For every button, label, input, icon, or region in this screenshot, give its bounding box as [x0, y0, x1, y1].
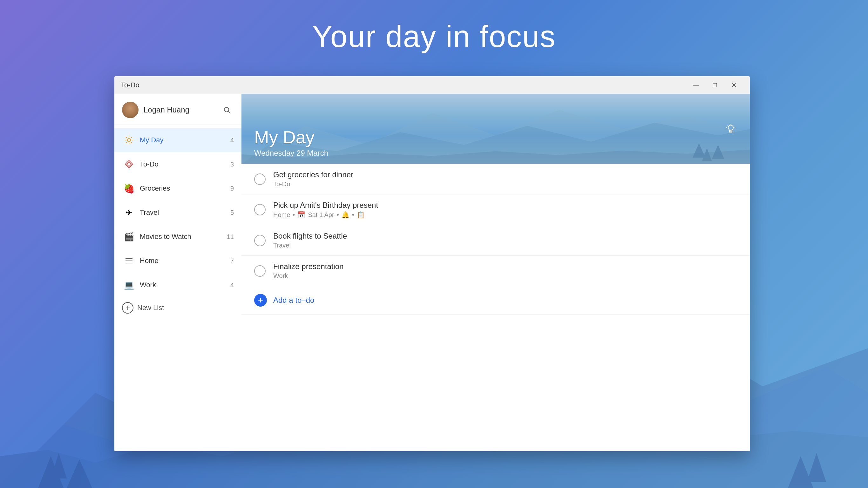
window-controls: — □ ✕	[686, 79, 743, 92]
add-todo-label: Add a to–do	[273, 296, 314, 305]
sidebar-item-movies[interactable]: 🎬 Movies to Watch 11	[114, 224, 242, 249]
svg-marker-7	[807, 453, 826, 482]
reminder-icon: 🔔	[342, 211, 349, 219]
todo-icon	[122, 157, 136, 171]
svg-line-16	[131, 142, 132, 143]
work-icon: 💻	[122, 278, 136, 292]
my-day-icon	[124, 135, 134, 145]
task-title: Get groceries for dinner	[273, 170, 737, 179]
note-icon: 📋	[357, 211, 365, 219]
svg-line-17	[131, 137, 132, 138]
task-meta: Work	[273, 272, 737, 280]
sidebar-item-count: 4	[230, 136, 234, 144]
svg-point-8	[224, 108, 229, 112]
main-content: Logan Huang	[114, 94, 750, 451]
groceries-icon: 🍓	[122, 181, 136, 195]
task-details: Book flights to Seattle Travel	[273, 232, 737, 249]
sidebar-item-my-day[interactable]: My Day 4	[114, 128, 242, 152]
window-title: To-Do	[121, 81, 686, 89]
sidebar-item-label: Work	[140, 281, 230, 289]
new-list-label: New List	[137, 304, 164, 312]
task-meta-separator: •	[292, 211, 295, 219]
sidebar-item-count: 3	[230, 161, 234, 168]
svg-point-10	[127, 139, 131, 142]
search-button[interactable]	[220, 103, 234, 117]
sun-icon	[122, 133, 136, 147]
task-title: Pick up Amit's Birthday present	[273, 201, 737, 210]
minimize-button[interactable]: —	[686, 79, 705, 92]
page-title: Your day in focus	[0, 0, 868, 54]
avatar	[122, 102, 138, 118]
task-checkbox[interactable]	[254, 265, 266, 277]
svg-line-9	[228, 112, 230, 114]
task-checkbox[interactable]	[254, 174, 266, 185]
add-todo-button[interactable]: + Add a to–do	[242, 286, 750, 314]
task-list-name: To-Do	[273, 180, 290, 188]
svg-line-18	[126, 142, 127, 143]
svg-line-34	[727, 126, 728, 126]
svg-line-35	[734, 132, 734, 132]
task-date: Sat 1 Apr	[308, 211, 334, 219]
travel-icon: ✈	[122, 206, 136, 219]
sidebar-item-home[interactable]: Home 7	[114, 249, 242, 273]
panel-subtitle: Wednesday 29 March	[254, 149, 328, 158]
task-title: Finalize presentation	[273, 262, 737, 271]
user-info: Logan Huang	[122, 102, 189, 118]
task-meta: Home • 📅 Sat 1 Apr • 🔔 • 📋	[273, 211, 737, 219]
calendar-icon: 📅	[298, 211, 305, 219]
task-checkbox[interactable]	[254, 235, 266, 246]
sidebar-item-count: 9	[230, 185, 234, 192]
sidebar-item-work[interactable]: 💻 Work 4	[114, 273, 242, 297]
task-list: Get groceries for dinner To-Do Pick up A…	[242, 164, 750, 451]
sidebar-item-label: To-Do	[140, 160, 230, 169]
task-item[interactable]: Pick up Amit's Birthday present Home • 📅…	[242, 194, 750, 225]
sidebar-item-count: 4	[230, 281, 234, 289]
movies-icon: 🎬	[122, 230, 136, 244]
home-icon	[122, 254, 136, 268]
task-item[interactable]: Book flights to Seattle Travel	[242, 225, 750, 256]
task-list-name: Work	[273, 272, 288, 280]
svg-marker-3	[38, 456, 64, 488]
task-meta-separator: •	[352, 211, 354, 219]
task-meta: To-Do	[273, 180, 737, 188]
suggestions-button[interactable]	[722, 120, 740, 138]
plus-icon: +	[122, 302, 133, 313]
task-meta: Travel	[273, 242, 737, 249]
panel-header: My Day Wednesday 29 March	[242, 94, 750, 164]
sidebar-item-groceries[interactable]: 🍓 Groceries 9	[114, 176, 242, 201]
sidebar-item-label: Home	[140, 257, 230, 265]
search-icon	[223, 106, 231, 114]
task-item[interactable]: Finalize presentation Work	[242, 256, 750, 286]
sidebar-item-label: Movies to Watch	[140, 233, 227, 241]
add-icon: +	[254, 294, 267, 307]
lightbulb-icon	[725, 123, 737, 135]
task-list-name: Home	[273, 211, 290, 219]
sidebar-item-label: Groceries	[140, 184, 230, 192]
sidebar-item-to-do[interactable]: To-Do 3	[114, 152, 242, 176]
panel-header-content: My Day Wednesday 29 March	[254, 127, 328, 158]
sidebar-item-label: Travel	[140, 208, 230, 217]
user-name: Logan Huang	[144, 105, 189, 114]
task-details: Get groceries for dinner To-Do	[273, 170, 737, 188]
sidebar: Logan Huang	[114, 94, 242, 451]
sidebar-item-travel[interactable]: ✈ Travel 5	[114, 201, 242, 224]
sidebar-item-count: 5	[230, 209, 234, 216]
main-panel: My Day Wednesday 29 March	[242, 94, 750, 451]
task-checkbox[interactable]	[254, 204, 266, 215]
svg-line-15	[126, 137, 127, 138]
task-details: Finalize presentation Work	[273, 262, 737, 280]
maximize-button[interactable]: □	[705, 79, 724, 92]
svg-point-29	[728, 125, 733, 130]
task-title: Book flights to Seattle	[273, 232, 737, 241]
task-item[interactable]: Get groceries for dinner To-Do	[242, 164, 750, 194]
panel-title: My Day	[254, 127, 328, 147]
sidebar-item-label: My Day	[140, 136, 230, 144]
new-list-button[interactable]: + New List	[114, 297, 242, 319]
close-button[interactable]: ✕	[724, 79, 743, 92]
task-details: Pick up Amit's Birthday present Home • 📅…	[273, 201, 737, 219]
task-meta-separator: •	[337, 211, 339, 219]
sidebar-item-count: 11	[227, 233, 234, 241]
svg-marker-4	[51, 453, 67, 479]
sidebar-item-count: 7	[230, 257, 234, 265]
svg-marker-6	[788, 456, 813, 488]
